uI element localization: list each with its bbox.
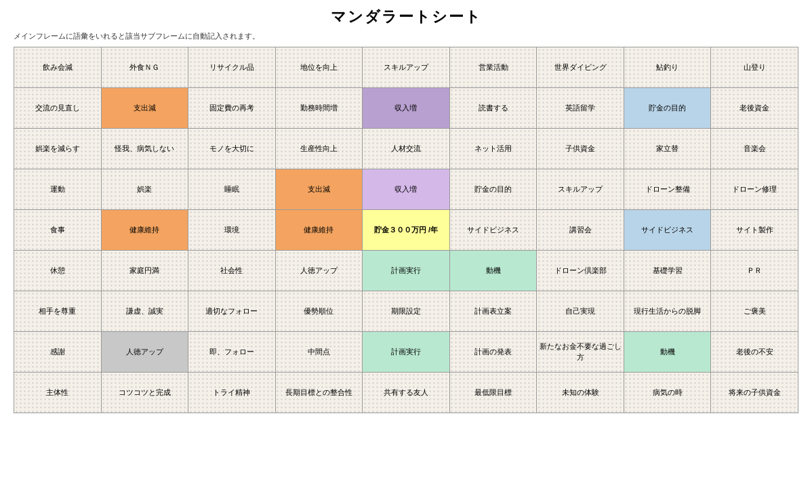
table-cell: ドローン整備	[624, 169, 711, 210]
table-cell: 現行生活からの脱脚	[624, 291, 711, 332]
table-cell: 支出減	[101, 88, 188, 129]
table-cell: 家庭円満	[101, 251, 188, 291]
table-cell: 人材交流	[363, 129, 450, 169]
table-cell: 交流の見直し	[14, 88, 102, 129]
table-cell: コツコツと完成	[101, 373, 188, 413]
table-cell: 将来の子供資金	[711, 373, 798, 413]
table-cell: 子供資金	[537, 129, 624, 169]
table-cell: トライ精神	[188, 373, 276, 413]
table-cell: サイドビジネス	[624, 210, 711, 251]
table-cell: 計画表立案	[449, 291, 537, 332]
table-cell: 環境	[188, 210, 276, 251]
table-cell: 人徳アップ	[275, 251, 363, 291]
table-cell: 収入増	[363, 169, 450, 210]
table-cell: 期限設定	[363, 291, 450, 332]
table-cell: 基礎学習	[624, 251, 711, 291]
table-cell: 動機	[624, 332, 711, 373]
table-cell: 病気の時	[624, 373, 711, 413]
table-cell: 怪我、病気しない	[101, 129, 188, 169]
table-cell: 休憩	[14, 251, 102, 291]
table-cell: 貯金の目的	[624, 88, 711, 129]
table-cell: 食事	[14, 210, 102, 251]
table-cell: 家立替	[624, 129, 711, 169]
table-cell: 貯金の目的	[449, 169, 537, 210]
table-cell: 最低限目標	[449, 373, 537, 413]
subtitle: メインフレームに語彙をいれると該当サブフレームに自動記入されます。	[14, 31, 798, 41]
table-cell: ドローン倶楽部	[537, 251, 624, 291]
table-cell: 健康維持	[101, 210, 188, 251]
table-cell: 山登り	[711, 47, 798, 88]
table-cell: スキルアップ	[363, 47, 450, 88]
table-cell: 収入増	[363, 88, 450, 129]
table-cell: 中間点	[275, 332, 363, 373]
table-cell: 適切なフォロー	[188, 291, 276, 332]
table-cell: 未知の体験	[537, 373, 624, 413]
table-cell: 娯楽を減らす	[14, 129, 102, 169]
table-cell: 睡眠	[188, 169, 276, 210]
table-cell: 謙虚、誠実	[101, 291, 188, 332]
page-title: マンダラートシート	[14, 7, 798, 27]
table-cell: 世界ダイビング	[537, 47, 624, 88]
table-cell: 計画の発表	[449, 332, 537, 373]
table-cell: 読書する	[449, 88, 537, 129]
table-cell: 人徳アップ	[101, 332, 188, 373]
table-cell: サイト製作	[711, 210, 798, 251]
table-cell: ご褒美	[711, 291, 798, 332]
table-cell: 外食ＮＧ	[101, 47, 188, 88]
table-cell: 自己実現	[537, 291, 624, 332]
table-cell: サイドビジネス	[449, 210, 537, 251]
table-cell: モノを大切に	[188, 129, 276, 169]
table-cell: 主体性	[14, 373, 102, 413]
table-cell: 相手を尊重	[14, 291, 102, 332]
table-cell: スキルアップ	[537, 169, 624, 210]
table-cell: 新たなお金不要な過ごし方	[537, 332, 624, 373]
mandala-chart: 飲み会減外食ＮＧリサイクル品地位を向上スキルアップ営業活動世界ダイビング鮎釣り山…	[14, 47, 798, 413]
table-cell: リサイクル品	[188, 47, 276, 88]
table-cell: 健康維持	[275, 210, 363, 251]
table-cell: 勤務時間増	[275, 88, 363, 129]
table-cell: 優勢順位	[275, 291, 363, 332]
table-cell: 音楽会	[711, 129, 798, 169]
table-cell: 共有する友人	[363, 373, 450, 413]
table-cell: 生産性向上	[275, 129, 363, 169]
table-cell: 老後の不安	[711, 332, 798, 373]
table-cell: 鮎釣り	[624, 47, 711, 88]
table-cell: 計画実行	[363, 251, 450, 291]
table-cell: 支出減	[275, 169, 363, 210]
table-cell: 飲み会減	[14, 47, 102, 88]
table-cell: 英語留学	[537, 88, 624, 129]
table-cell: 講習会	[537, 210, 624, 251]
table-cell: ネット活用	[449, 129, 537, 169]
table-cell: 運動	[14, 169, 102, 210]
table-cell: 感謝	[14, 332, 102, 373]
table-cell: 社会性	[188, 251, 276, 291]
table-cell: 長期目標との整合性	[275, 373, 363, 413]
table-cell: ドローン修理	[711, 169, 798, 210]
table-cell: 動機	[449, 251, 537, 291]
table-cell: 計画実行	[363, 332, 450, 373]
table-cell: 娯楽	[101, 169, 188, 210]
table-cell: 地位を向上	[275, 47, 363, 88]
table-cell: 即、フォロー	[188, 332, 276, 373]
table-cell: 貯金３００万円 /年	[363, 210, 450, 251]
table-cell: 営業活動	[449, 47, 537, 88]
table-cell: 固定費の再考	[188, 88, 276, 129]
table-cell: ＰＲ	[711, 251, 798, 291]
table-cell: 老後資金	[711, 88, 798, 129]
